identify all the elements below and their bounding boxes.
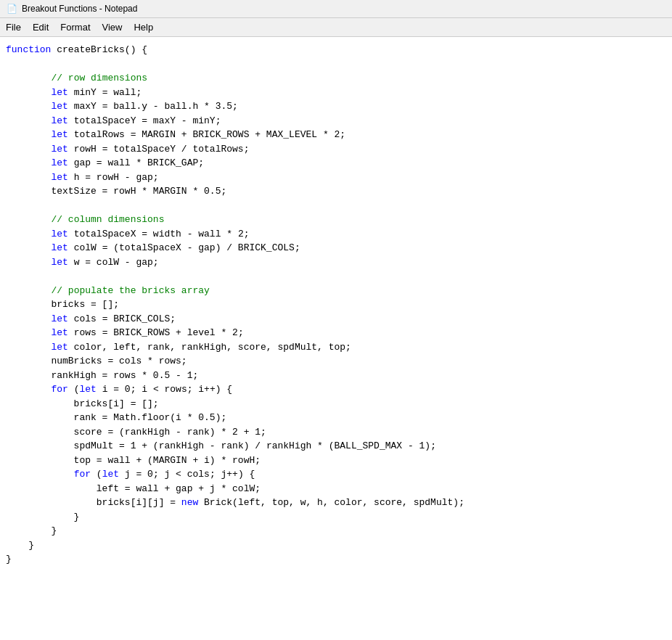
title-bar: 📄 Breakout Functions - Notepad (0, 0, 672, 18)
title-bar-text: Breakout Functions - Notepad (22, 4, 137, 14)
editor-area[interactable]: function createBricks() { // row dimensi… (0, 37, 672, 573)
menu-help[interactable]: Help (128, 20, 159, 35)
title-bar-icon: 📄 (6, 3, 17, 15)
menu-format[interactable]: Format (54, 20, 96, 35)
menu-view[interactable]: View (97, 20, 128, 35)
menu-bar: File Edit Format View Help (0, 18, 672, 37)
menu-file[interactable]: File (0, 20, 27, 35)
menu-edit[interactable]: Edit (27, 20, 54, 35)
